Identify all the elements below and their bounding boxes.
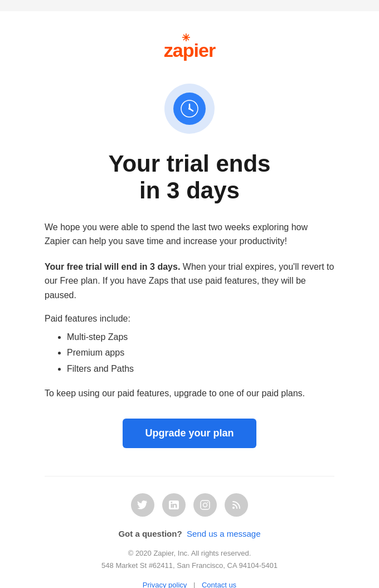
rss-icon[interactable] — [225, 493, 248, 517]
address-text: 548 Market St #62411, San Francisco, CA … — [101, 560, 278, 572]
question-label: Got a question? — [118, 529, 182, 538]
trial-warning-bold: Your free trial will end in 3 days. — [45, 262, 180, 271]
svg-text:zapier: zapier — [164, 40, 216, 61]
privacy-policy-link[interactable]: Privacy policy — [143, 581, 187, 588]
question-text: Got a question? Send us a message — [118, 529, 260, 538]
svg-point-8 — [207, 502, 208, 503]
headline: Your trial ends in 3 days — [109, 150, 271, 205]
features-list: Multi-step Zaps Premium apps Filters and… — [45, 329, 334, 377]
svg-rect-6 — [201, 500, 210, 509]
clock-icon-wrapper — [164, 84, 215, 134]
divider — [45, 476, 334, 477]
send-message-link[interactable]: Send us a message — [187, 529, 261, 538]
contact-link[interactable]: Contact us — [202, 581, 236, 588]
instagram-icon[interactable] — [193, 493, 217, 517]
upgrade-text: To keep using our paid features, upgrade… — [45, 388, 334, 399]
email-container: ✳ zapier Your trial ends in 3 days We ho… — [0, 11, 379, 588]
social-icons — [131, 493, 248, 517]
svg-point-5 — [188, 108, 191, 110]
copyright-area: © 2020 Zapier, Inc. All rights reserved.… — [101, 547, 278, 572]
clock-svg-icon — [180, 99, 199, 118]
list-item: Premium apps — [67, 345, 334, 361]
paid-features-label: Paid features include: — [45, 314, 334, 324]
clock-inner — [173, 93, 206, 125]
twitter-icon[interactable] — [131, 493, 154, 517]
footer-separator: | — [193, 581, 195, 588]
footer-links: Privacy policy | Contact us — [143, 581, 236, 588]
upgrade-button[interactable]: Upgrade your plan — [123, 419, 256, 448]
headline-line1: Your trial ends — [109, 150, 271, 177]
headline-line2: in 3 days — [139, 177, 240, 203]
clock-outer-ring — [164, 84, 215, 134]
logo-area: ✳ zapier — [145, 33, 234, 61]
list-item: Filters and Paths — [67, 361, 334, 377]
trial-warning: Your free trial will end in 3 days. When… — [45, 260, 334, 303]
svg-point-7 — [203, 503, 207, 507]
linkedin-icon[interactable] — [162, 493, 186, 517]
zapier-logo: ✳ zapier — [145, 33, 234, 61]
svg-point-9 — [232, 507, 235, 509]
copyright-text: © 2020 Zapier, Inc. All rights reserved. — [101, 547, 278, 560]
zapier-logo-svg: ✳ zapier — [145, 33, 234, 61]
list-item: Multi-step Zaps — [67, 329, 334, 346]
intro-text: We hope you were able to spend the last … — [45, 220, 334, 249]
